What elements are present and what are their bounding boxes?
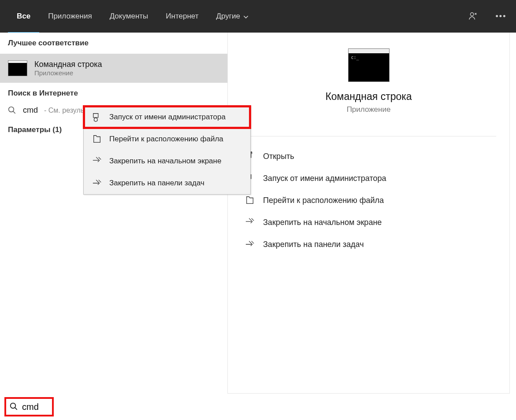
pin-taskbar-icon [92, 178, 102, 188]
action-pin-taskbar[interactable]: Закрепить на панели задач [241, 233, 496, 255]
detail-panel: Командная строка Приложение Открыть Запу… [227, 33, 510, 394]
search-box[interactable] [4, 397, 54, 416]
tab-documents[interactable]: Документы [101, 8, 157, 24]
action-open-label: Открыть [263, 152, 294, 161]
action-open-location[interactable]: Перейти к расположению файла [241, 189, 496, 211]
tab-all[interactable]: Все [8, 8, 39, 24]
more-icon: ••• [496, 12, 507, 21]
ctx-pin-taskbar-label: Закрепить на панели задач [109, 179, 204, 188]
tab-internet[interactable]: Интернет [157, 8, 207, 24]
pin-taskbar-icon [245, 239, 255, 249]
options-button[interactable]: ••• [492, 7, 510, 25]
detail-title: Командная строка [325, 91, 412, 103]
best-match-result[interactable]: Командная строка Приложение [0, 54, 227, 83]
admin-shield-icon [92, 112, 102, 122]
ctx-pin-start-label: Закрепить на начальном экране [109, 157, 221, 166]
cmd-thumbnail-icon [8, 60, 27, 76]
best-match-subtitle: Приложение [34, 69, 102, 77]
pin-start-icon [245, 217, 255, 227]
pin-start-icon [92, 156, 102, 166]
detail-cmd-icon [348, 48, 390, 82]
search-input[interactable] [22, 402, 48, 412]
search-icon [10, 402, 19, 412]
results-column: Лучшее соответствие Командная строка При… [0, 33, 227, 394]
action-pinstart-label: Закрепить на начальном экране [263, 218, 382, 227]
best-match-header: Лучшее соответствие [0, 33, 227, 54]
internet-search-header: Поиск в Интернете [0, 83, 227, 101]
action-location-label: Перейти к расположению файла [263, 196, 384, 205]
tab-more[interactable]: Другие [207, 8, 257, 24]
search-icon [8, 106, 17, 115]
filter-tabs: Все Приложения Документы Интернет Другие… [0, 0, 516, 33]
action-admin-label: Запуск от имени администратора [263, 174, 386, 183]
ctx-pin-start[interactable]: Закрепить на начальном экране [84, 150, 250, 172]
ctx-pin-taskbar[interactable]: Закрепить на панели задач [84, 172, 250, 194]
ctx-run-as-admin[interactable]: Запуск от имени администратора [84, 106, 250, 128]
folder-icon [92, 134, 102, 144]
ctx-open-location[interactable]: Перейти к расположению файла [84, 128, 250, 150]
tab-more-label: Другие [216, 12, 240, 21]
best-match-title: Командная строка [34, 60, 102, 69]
action-pin-start[interactable]: Закрепить на начальном экране [241, 211, 496, 233]
folder-icon [245, 195, 255, 205]
context-menu: Запуск от имени администратора Перейти к… [83, 106, 251, 195]
action-pintaskbar-label: Закрепить на панели задач [263, 240, 364, 249]
action-run-as-admin[interactable]: Запуск от имени администратора [241, 167, 496, 189]
chevron-down-icon [243, 13, 249, 19]
divider [241, 136, 496, 136]
action-open[interactable]: Открыть [241, 145, 496, 167]
ctx-open-location-label: Перейти к расположению файла [109, 135, 223, 144]
feedback-button[interactable] [464, 7, 482, 25]
tab-apps[interactable]: Приложения [39, 8, 100, 24]
ctx-run-as-admin-label: Запуск от имени администратора [109, 113, 226, 122]
web-query: cmd [23, 106, 38, 115]
detail-type: Приложение [347, 105, 391, 114]
